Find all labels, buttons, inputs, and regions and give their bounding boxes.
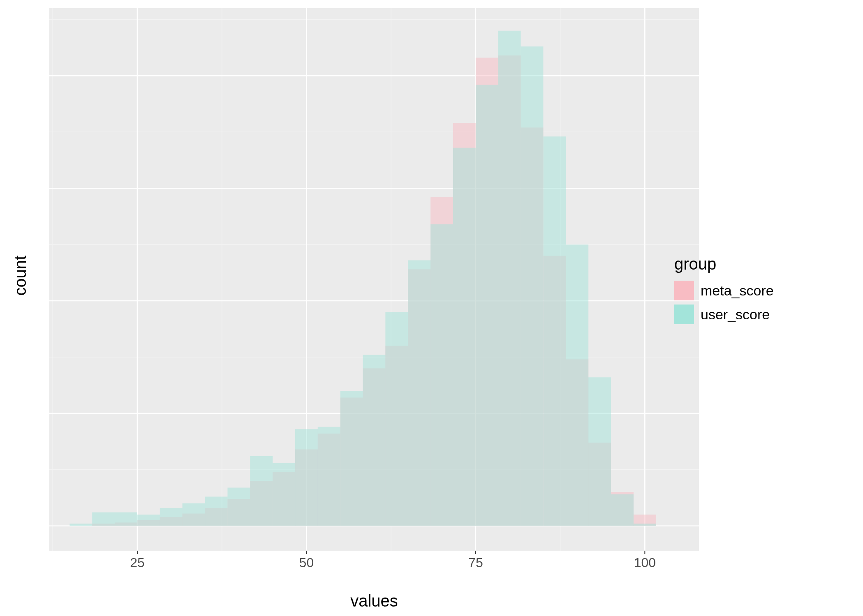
svg-rect-48 [183,503,205,526]
legend-label-0: meta_score [701,283,774,299]
legend-title: group [674,255,774,273]
svg-rect-46 [137,514,160,526]
svg-rect-67 [611,494,634,526]
svg-rect-58 [408,260,430,526]
legend-item-1: user_score [674,305,774,324]
svg-rect-62 [498,31,521,526]
svg-rect-54 [318,427,340,526]
svg-rect-53 [295,429,318,526]
svg-rect-66 [588,377,611,526]
legend-swatch-0 [674,281,694,300]
histogram-plot: 255075100 0500100015002000 [49,8,699,567]
legend-label-1: user_score [701,307,770,323]
legend-swatch-1 [674,305,694,324]
svg-rect-65 [566,245,588,526]
x-axis-title-text: values [350,592,398,610]
x-axis: 255075100 [130,551,656,567]
svg-text:25: 25 [130,555,145,567]
svg-rect-55 [340,391,363,526]
svg-rect-44 [92,512,115,526]
svg-rect-57 [385,312,408,526]
svg-rect-61 [476,85,498,526]
svg-rect-59 [430,224,453,526]
svg-rect-43 [69,524,92,526]
svg-rect-63 [521,46,544,526]
svg-rect-50 [227,488,250,526]
svg-rect-51 [250,456,273,526]
svg-rect-47 [160,508,183,526]
y-axis-title: count [8,0,33,551]
svg-rect-49 [205,497,228,526]
svg-rect-60 [453,148,476,526]
y-axis-title-text: count [12,255,30,295]
legend-item-0: meta_score [674,281,774,300]
svg-text:50: 50 [299,555,314,567]
svg-rect-56 [363,355,386,526]
x-axis-title: values [49,592,699,610]
svg-rect-52 [273,463,295,526]
svg-rect-68 [634,524,656,526]
chart-container: 255075100 0500100015002000 values count … [0,0,863,616]
svg-rect-45 [115,512,137,526]
legend: group meta_score user_score [674,255,774,328]
svg-text:100: 100 [634,555,656,567]
svg-text:75: 75 [468,555,483,567]
svg-rect-64 [544,136,566,526]
